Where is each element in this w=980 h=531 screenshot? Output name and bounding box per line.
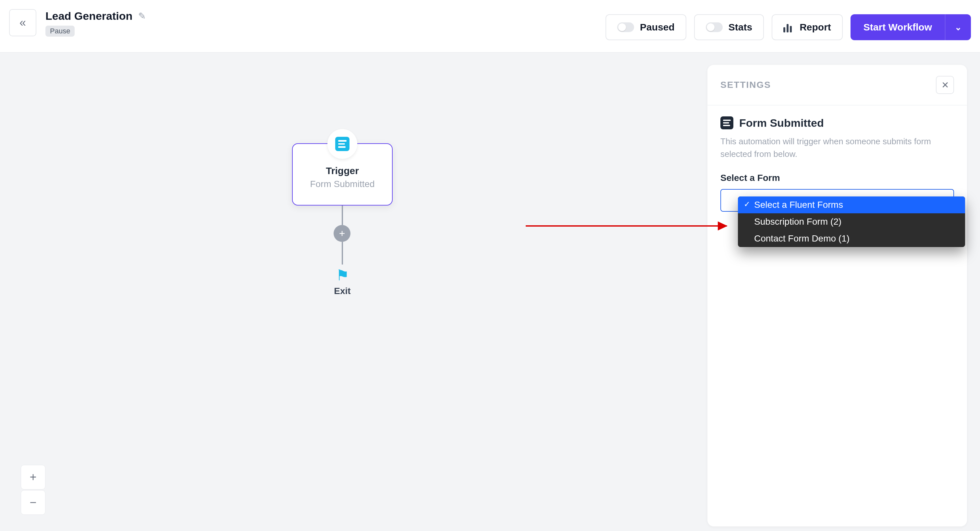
plus-icon: + xyxy=(339,228,345,239)
title-row: Lead Generation ✎ xyxy=(45,10,146,22)
topbar-actions: Paused Stats Report Start Workflow ⌄ xyxy=(606,14,971,40)
bar-chart-icon xyxy=(783,22,794,32)
select-form-label: Select a Form xyxy=(721,173,954,183)
stats-toggle-button[interactable]: Stats xyxy=(694,14,764,40)
top-bar: « Lead Generation ✎ Pause Paused Stats R… xyxy=(0,0,980,52)
start-workflow-button[interactable]: Start Workflow ⌄ xyxy=(851,14,971,40)
toggle-icon xyxy=(617,22,634,32)
add-step-button[interactable]: + xyxy=(334,225,350,242)
flag-icon: ⚑ xyxy=(336,266,349,284)
toggle-icon xyxy=(706,22,723,32)
connector-line xyxy=(342,242,343,265)
paused-label: Paused xyxy=(640,22,675,33)
settings-title-row: Form Submitted xyxy=(721,116,954,129)
dropdown-option-placeholder[interactable]: Select a Fluent Forms xyxy=(738,197,965,213)
form-icon xyxy=(335,137,350,151)
title-block: Lead Generation ✎ Pause xyxy=(45,10,146,36)
start-workflow-dropdown[interactable]: ⌄ xyxy=(945,14,971,40)
connector-line xyxy=(342,206,343,225)
dropdown-option-contact[interactable]: Contact Form Demo (1) xyxy=(738,230,965,247)
zoom-controls: + − xyxy=(21,465,45,515)
settings-title: Form Submitted xyxy=(739,117,824,129)
form-dropdown[interactable]: Select a Fluent Forms Subscription Form … xyxy=(738,197,965,247)
exit-node: ⚑ Exit xyxy=(321,266,363,296)
edit-icon[interactable]: ✎ xyxy=(138,11,146,21)
zoom-out-button[interactable]: − xyxy=(21,490,45,515)
chevron-down-icon: ⌄ xyxy=(955,22,962,32)
start-workflow-main[interactable]: Start Workflow xyxy=(851,14,945,40)
exit-label: Exit xyxy=(334,286,350,296)
status-pill: Pause xyxy=(45,25,75,36)
collapse-button[interactable]: « xyxy=(9,9,37,36)
minus-icon: − xyxy=(30,496,37,509)
report-label: Report xyxy=(800,22,831,33)
start-workflow-label: Start Workflow xyxy=(864,22,932,33)
settings-header: SETTINGS ✕ xyxy=(707,65,967,105)
settings-description: This automation will trigger when someon… xyxy=(721,135,954,160)
report-button[interactable]: Report xyxy=(772,14,843,40)
settings-panel: SETTINGS ✕ Form Submitted This automatio… xyxy=(707,65,967,526)
close-icon: ✕ xyxy=(941,80,949,90)
plus-icon: + xyxy=(30,471,37,484)
dropdown-option-subscription[interactable]: Subscription Form (2) xyxy=(738,213,965,230)
trigger-subtitle: Form Submitted xyxy=(310,179,374,189)
trigger-node[interactable]: Trigger Form Submitted xyxy=(292,143,393,206)
trigger-title: Trigger xyxy=(326,165,359,176)
annotation-arrow xyxy=(526,225,727,227)
zoom-in-button[interactable]: + xyxy=(21,465,45,490)
workflow-title: Lead Generation xyxy=(45,10,132,22)
paused-toggle-button[interactable]: Paused xyxy=(606,14,686,40)
trigger-icon-circle xyxy=(328,129,357,159)
close-button[interactable]: ✕ xyxy=(936,76,954,94)
form-icon xyxy=(721,116,733,129)
chevron-double-left-icon: « xyxy=(19,16,26,30)
stats-label: Stats xyxy=(729,22,752,33)
settings-header-title: SETTINGS xyxy=(721,80,771,90)
